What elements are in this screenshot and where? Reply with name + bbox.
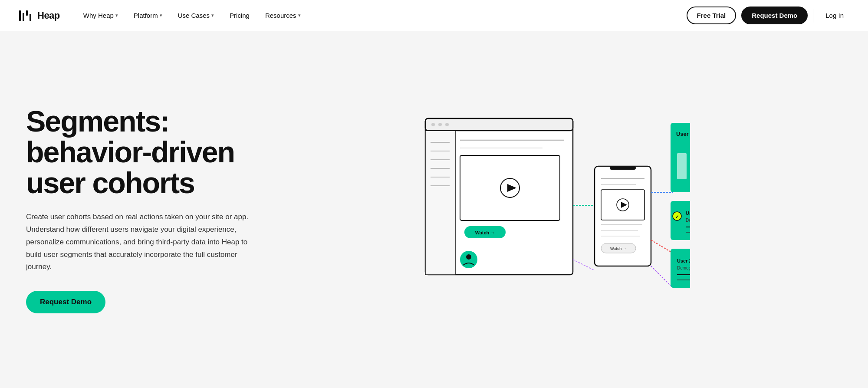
- svg-rect-9: [425, 131, 456, 275]
- svg-rect-2: [26, 10, 28, 16]
- svg-line-41: [651, 266, 673, 288]
- svg-text:User Behavior: User Behavior: [676, 131, 690, 137]
- svg-rect-3: [30, 14, 31, 21]
- login-button[interactable]: Log In: [819, 7, 851, 23]
- chevron-down-icon: ▾: [160, 13, 162, 18]
- svg-text:Watch →: Watch →: [475, 230, 496, 235]
- svg-text:✓: ✓: [675, 214, 679, 219]
- nav-why-heap[interactable]: Why Heap ▾: [77, 8, 124, 23]
- logo-text: Heap: [37, 10, 60, 21]
- svg-rect-44: [677, 153, 687, 179]
- hero-section: Segments:behavior-drivenuser cohorts Cre…: [0, 31, 868, 388]
- nav-platform[interactable]: Platform ▾: [128, 8, 168, 23]
- nav-divider: [813, 9, 813, 23]
- svg-line-26: [573, 260, 595, 270]
- chevron-down-icon: ▾: [115, 13, 118, 18]
- chevron-down-icon: ▾: [298, 13, 301, 18]
- svg-line-40: [651, 240, 673, 253]
- nav-links: Why Heap ▾ Platform ▾ Use Cases ▾ Pricin…: [77, 8, 687, 23]
- illustration-svg: Watch → Watch →: [421, 105, 690, 314]
- nav-resources[interactable]: Resources ▾: [259, 8, 307, 23]
- svg-point-24: [466, 254, 471, 260]
- svg-point-8: [445, 123, 449, 126]
- svg-text:User 1: User 1: [686, 210, 690, 216]
- svg-text:Watch →: Watch →: [610, 247, 627, 251]
- svg-text:Demographics Data: Demographics Data: [677, 266, 690, 270]
- chevron-down-icon: ▾: [211, 13, 214, 18]
- svg-text:Demographics Data: Demographics Data: [686, 218, 690, 223]
- svg-point-6: [431, 123, 435, 126]
- hero-description: Create user cohorts based on real action…: [26, 211, 252, 273]
- hero-content: Segments:behavior-drivenuser cohorts Cre…: [26, 106, 252, 314]
- hero-title: Segments:behavior-drivenuser cohorts: [26, 106, 252, 199]
- free-trial-button[interactable]: Free Trial: [687, 7, 736, 24]
- svg-rect-1: [23, 13, 24, 21]
- request-demo-nav-button[interactable]: Request Demo: [741, 7, 808, 24]
- hero-illustration: Watch → Watch →: [278, 105, 833, 314]
- heap-logo-icon: [17, 8, 33, 23]
- request-demo-hero-button[interactable]: Request Demo: [26, 291, 105, 313]
- svg-rect-0: [19, 10, 21, 21]
- logo-link[interactable]: Heap: [17, 8, 60, 23]
- navbar: Heap Why Heap ▾ Platform ▾ Use Cases ▾ P…: [0, 0, 868, 31]
- nav-pricing[interactable]: Pricing: [224, 8, 256, 23]
- nav-actions: Free Trial Request Demo Log In: [687, 7, 851, 24]
- nav-use-cases[interactable]: Use Cases ▾: [172, 8, 220, 23]
- svg-point-7: [438, 123, 442, 126]
- svg-rect-28: [610, 166, 636, 170]
- svg-text:User 2: User 2: [677, 258, 690, 263]
